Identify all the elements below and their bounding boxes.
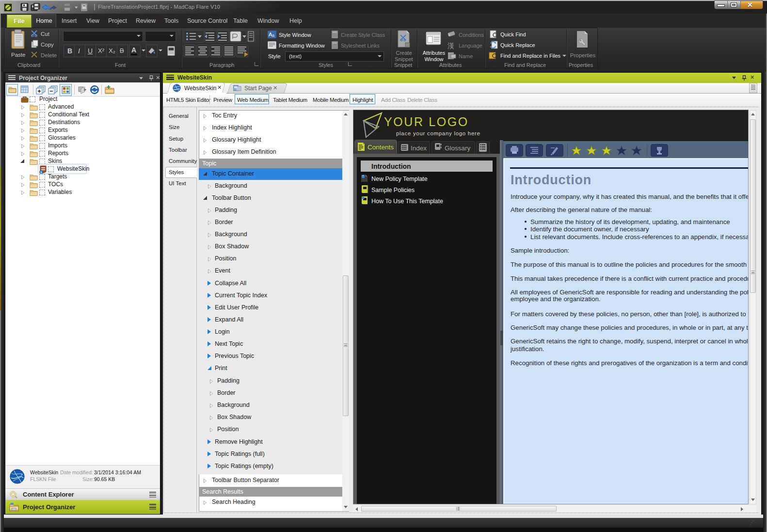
svg-text:a: a (272, 33, 274, 38)
